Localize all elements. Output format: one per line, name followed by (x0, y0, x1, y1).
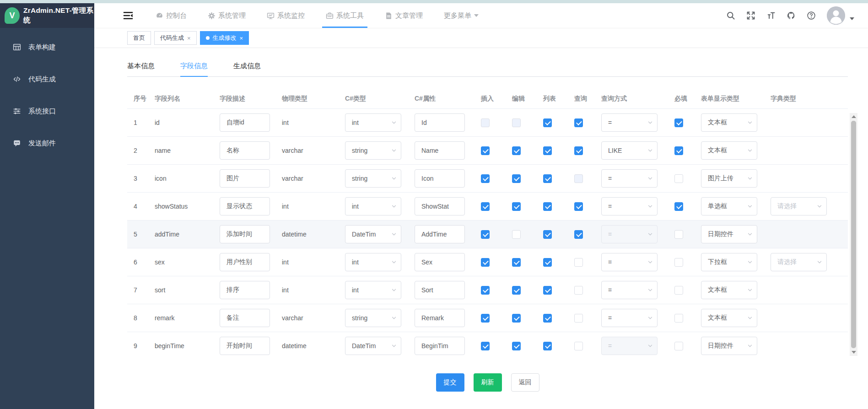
query-checkbox[interactable] (574, 118, 583, 127)
submit-button[interactable]: 提交 (436, 373, 464, 392)
tab-3[interactable]: 生成信息 (233, 62, 261, 76)
cs-property-input[interactable] (415, 309, 465, 327)
cs-property-input[interactable] (415, 225, 465, 243)
list-checkbox[interactable] (543, 174, 552, 183)
query-type-select[interactable]: = (601, 281, 658, 299)
nav-menu-4[interactable]: 系统工具 (319, 3, 370, 28)
insert-checkbox[interactable] (481, 286, 490, 295)
back-button[interactable]: 返回 (511, 373, 539, 392)
dict-type-select[interactable]: 请选择 (771, 253, 827, 271)
required-checkbox[interactable] (674, 286, 683, 295)
cs-property-input[interactable] (415, 253, 465, 271)
insert-checkbox[interactable] (481, 202, 490, 211)
cs-property-input[interactable] (415, 141, 465, 160)
required-checkbox[interactable] (674, 314, 683, 323)
nav-menu-1[interactable]: 控制台 (149, 3, 193, 28)
field-description-input[interactable] (220, 197, 270, 215)
edit-checkbox[interactable] (512, 202, 521, 211)
field-description-input[interactable] (220, 225, 270, 243)
menu-fold-icon[interactable] (123, 10, 134, 21)
display-type-select[interactable]: 日期控件 (701, 225, 757, 243)
field-description-input[interactable] (220, 169, 270, 188)
tag-2[interactable]: 代码生成× (154, 31, 197, 45)
display-type-select[interactable]: 下拉框 (701, 253, 757, 271)
list-checkbox[interactable] (543, 230, 552, 239)
edit-checkbox[interactable] (512, 146, 521, 155)
dict-type-select[interactable]: 请选择 (771, 197, 827, 215)
required-checkbox[interactable] (674, 118, 683, 127)
list-checkbox[interactable] (543, 202, 552, 211)
query-checkbox[interactable] (574, 230, 583, 239)
display-type-select[interactable]: 图片上传 (701, 169, 757, 188)
list-checkbox[interactable] (543, 286, 552, 295)
caret-down-icon[interactable] (850, 17, 854, 20)
refresh-button[interactable]: 刷新 (474, 373, 502, 392)
cs-type-select[interactable]: int (345, 197, 401, 215)
display-type-select[interactable]: 文本框 (701, 309, 757, 327)
scroll-down-arrow-icon[interactable] (850, 349, 857, 356)
query-type-select[interactable]: = (601, 113, 658, 132)
list-checkbox[interactable] (543, 258, 552, 267)
required-checkbox[interactable] (674, 174, 683, 183)
query-checkbox[interactable] (574, 286, 583, 295)
scrollbar-thumb[interactable] (851, 121, 856, 348)
cs-property-input[interactable] (415, 169, 465, 188)
cs-type-select[interactable]: DateTim (345, 337, 401, 355)
insert-checkbox[interactable] (481, 314, 490, 323)
insert-checkbox[interactable] (481, 230, 490, 239)
cs-property-input[interactable] (415, 337, 465, 355)
edit-checkbox[interactable] (512, 230, 521, 239)
list-checkbox[interactable] (543, 342, 552, 350)
required-checkbox[interactable] (674, 342, 683, 350)
list-checkbox[interactable] (543, 314, 552, 323)
cs-type-select[interactable]: int (345, 113, 401, 132)
question-icon[interactable] (807, 11, 816, 20)
font-size-icon[interactable] (766, 11, 776, 20)
query-checkbox[interactable] (574, 314, 583, 323)
query-type-select[interactable]: = (601, 169, 658, 188)
display-type-select[interactable]: 单选框 (701, 197, 757, 215)
avatar[interactable] (827, 6, 845, 25)
edit-checkbox[interactable] (512, 314, 521, 323)
cs-type-select[interactable]: int (345, 281, 401, 299)
edit-checkbox[interactable] (512, 258, 521, 267)
cs-property-input[interactable] (415, 281, 465, 299)
nav-menu-6[interactable]: 更多菜单 (437, 3, 485, 28)
search-icon[interactable] (726, 11, 735, 20)
display-type-select[interactable]: 文本框 (701, 281, 757, 299)
query-type-select[interactable]: LIKE (601, 141, 658, 160)
cs-type-select[interactable]: int (345, 253, 401, 271)
insert-checkbox[interactable] (481, 342, 490, 350)
field-description-input[interactable] (220, 113, 270, 132)
sidebar-item-4[interactable]: 发送邮件 (0, 130, 94, 156)
required-checkbox[interactable] (674, 146, 683, 155)
insert-checkbox[interactable] (481, 174, 490, 183)
query-checkbox[interactable] (574, 146, 583, 155)
tab-2[interactable]: 字段信息 (180, 62, 208, 76)
edit-checkbox[interactable] (512, 342, 521, 350)
field-description-input[interactable] (220, 281, 270, 299)
sidebar-item-1[interactable]: 表单构建 (0, 34, 94, 60)
sidebar-item-3[interactable]: 系统接口 (0, 98, 94, 124)
query-checkbox[interactable] (574, 342, 583, 350)
field-description-input[interactable] (220, 141, 270, 160)
required-checkbox[interactable] (674, 202, 683, 211)
nav-menu-3[interactable]: 系统监控 (260, 3, 311, 28)
query-type-select[interactable]: = (601, 309, 658, 327)
required-checkbox[interactable] (674, 230, 683, 239)
nav-menu-2[interactable]: 系统管理 (201, 3, 252, 28)
tab-1[interactable]: 基本信息 (127, 62, 155, 76)
query-checkbox[interactable] (574, 258, 583, 267)
cs-type-select[interactable]: string (345, 309, 401, 327)
tag-1[interactable]: 首页 (127, 31, 151, 45)
list-checkbox[interactable] (543, 146, 552, 155)
cs-property-input[interactable] (415, 197, 465, 215)
query-type-select[interactable]: = (601, 253, 658, 271)
field-description-input[interactable] (220, 253, 270, 271)
query-checkbox[interactable] (574, 202, 583, 211)
query-type-select[interactable]: = (601, 197, 658, 215)
insert-checkbox[interactable] (481, 258, 490, 267)
nav-menu-5[interactable]: 文章管理 (378, 3, 429, 28)
cs-type-select[interactable]: DateTim (345, 225, 401, 243)
cs-type-select[interactable]: string (345, 141, 401, 160)
